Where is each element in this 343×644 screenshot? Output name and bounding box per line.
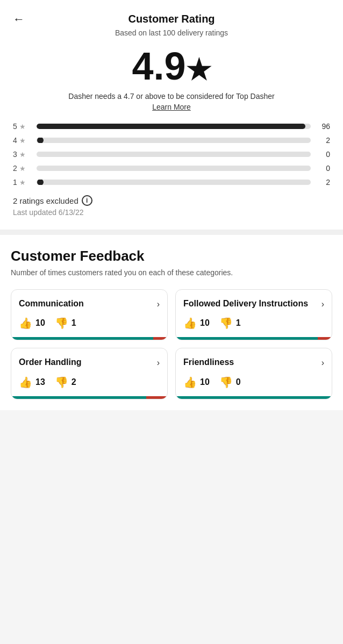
bar-track [37,138,311,143]
card-bottom-bar [11,396,167,399]
excluded-row: 2 ratings excluded i [13,195,330,206]
card-counts: 👍 10 👎 0 [183,376,324,396]
card-header: Order Handling › [19,357,160,368]
bar-row: 5★96 [13,122,330,131]
bar-count: 2 [315,136,330,145]
bar-count: 0 [315,164,330,173]
thumbs-down-item: 👎 1 [55,317,76,330]
bottom-bar-teal [11,337,153,340]
card-bottom-bar [176,337,332,340]
feedback-card[interactable]: Followed Delivery Instructions › 👍 10 👎 … [175,289,332,341]
thumbs-up-count: 10 [35,318,45,328]
card-bottom-bar [11,337,167,340]
excluded-text: 2 ratings excluded [13,196,78,205]
card-header: Friendliness › [183,357,324,368]
bar-label: 5★ [13,122,32,131]
thumbs-down-item: 👎 0 [219,376,241,389]
bar-label: 1★ [13,178,32,187]
bar-fill [37,124,305,129]
card-header: Communication › [19,298,160,310]
info-icon[interactable]: i [82,195,92,206]
bar-label: 4★ [13,136,32,145]
card-counts: 👍 10 👎 1 [183,317,324,337]
header-subtitle: Based on last 100 delivery ratings [13,28,330,37]
bar-count: 2 [315,178,330,187]
thumbs-down-item: 👎 2 [55,376,76,389]
thumbs-up-count: 10 [200,377,210,387]
bar-track [37,124,311,129]
bar-count: 0 [315,150,330,159]
rating-bars: 5★964★23★02★01★2 [13,122,330,187]
bottom-bar-teal [11,396,146,399]
bar-row: 3★0 [13,150,330,159]
section-divider [0,230,343,235]
bar-dot [37,138,44,143]
thumbs-up-icon: 👍 [19,376,32,389]
card-header: Followed Delivery Instructions › [183,298,324,310]
thumbs-up-item: 👍 10 [19,317,45,330]
thumbs-down-item: 👎 1 [219,317,241,330]
thumbs-down-count: 1 [236,318,241,328]
bar-label: 2★ [13,164,32,173]
last-updated: Last updated 6/13/22 [13,208,330,217]
thumbs-down-icon: 👎 [55,317,68,330]
feedback-cards-grid: Communication › 👍 10 👎 1 Followed Delive… [11,289,332,400]
thumbs-up-icon: 👍 [183,317,197,330]
rating-value: 4.9★ [13,47,330,85]
chevron-right-icon: › [321,299,324,309]
bar-row: 2★0 [13,164,330,173]
bar-count: 96 [315,122,330,131]
card-title: Communication [19,298,84,310]
feedback-section: Customer Feedback Number of times custom… [0,235,343,410]
rating-description: Dasher needs a 4.7 or above to be consid… [13,92,330,101]
thumbs-down-icon: 👎 [219,317,233,330]
thumbs-up-count: 10 [200,318,210,328]
feedback-description: Number of times customers rated you on e… [11,268,332,278]
bar-label: 3★ [13,150,32,159]
page-title: Customer Rating [128,13,215,25]
card-title: Friendliness [183,357,234,368]
chevron-right-icon: › [157,299,160,309]
bar-track [37,152,311,157]
card-title: Order Handling [19,357,81,368]
chevron-right-icon: › [157,358,160,368]
thumbs-down-count: 0 [236,377,241,387]
bar-row: 1★2 [13,178,330,187]
bar-track [37,180,311,185]
bottom-bar-red [146,396,167,399]
thumbs-down-icon: 👎 [219,376,233,389]
bar-track [37,166,311,171]
card-bottom-bar [176,396,332,399]
card-counts: 👍 10 👎 1 [19,317,160,337]
thumbs-up-icon: 👍 [19,317,32,330]
bottom-bar-red [318,337,332,340]
back-button[interactable]: ← [13,12,25,26]
top-section: ← Customer Rating Based on last 100 deli… [0,0,343,230]
chevron-right-icon: › [321,358,324,368]
thumbs-up-count: 13 [35,377,45,387]
thumbs-up-icon: 👍 [183,376,197,389]
bar-row: 4★2 [13,136,330,145]
feedback-card[interactable]: Communication › 👍 10 👎 1 [11,289,168,341]
feedback-title: Customer Feedback [11,248,332,264]
thumbs-up-item: 👍 10 [183,317,210,330]
bar-dot [37,180,44,185]
header: ← Customer Rating [13,9,330,27]
card-counts: 👍 13 👎 2 [19,376,160,396]
thumbs-down-count: 2 [72,377,76,387]
thumbs-down-count: 1 [72,318,76,328]
thumbs-up-item: 👍 10 [183,376,210,389]
bottom-bar-red [153,337,167,340]
thumbs-up-item: 👍 13 [19,376,45,389]
learn-more-link[interactable]: Learn More [13,103,330,111]
feedback-card[interactable]: Order Handling › 👍 13 👎 2 [11,348,168,399]
bottom-bar-teal [176,337,318,340]
feedback-card[interactable]: Friendliness › 👍 10 👎 0 [175,348,332,399]
rating-star: ★ [186,54,211,85]
bottom-bar-teal [176,396,332,399]
thumbs-down-icon: 👎 [55,376,68,389]
card-title: Followed Delivery Instructions [183,298,308,310]
